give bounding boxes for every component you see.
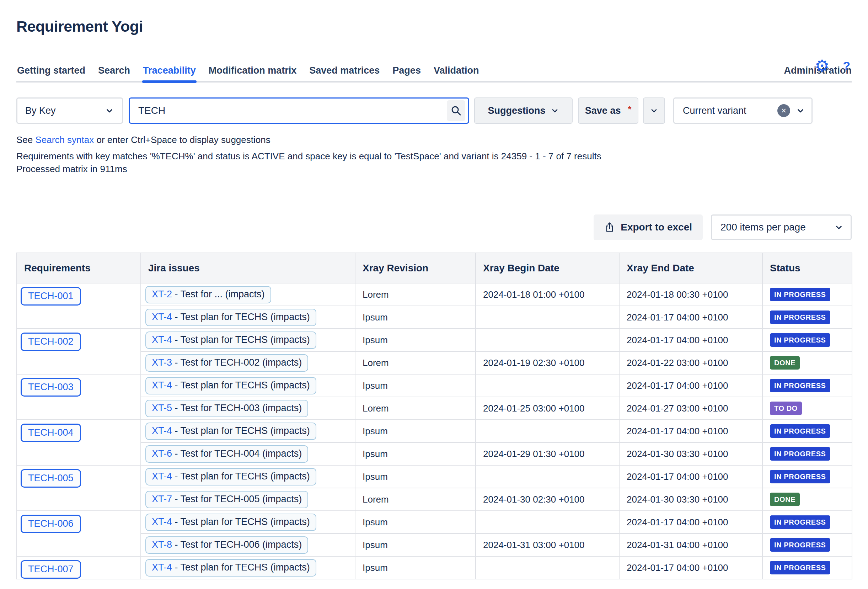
status-cell: IN PROGRESS [762, 420, 852, 442]
col-jira-issues: Jira issues [141, 253, 355, 283]
end-date-cell: 2024-01-18 00:30 +0100 [619, 283, 762, 306]
jira-issue-cell: XT-4 - Test plan for TECHS (impacts) [141, 511, 355, 534]
tab-validation[interactable]: Validation [433, 65, 480, 81]
end-date-cell: 2024-01-17 04:00 +0100 [619, 511, 762, 534]
jira-issue-key: XT-2 [152, 289, 172, 299]
chevron-down-icon [551, 107, 559, 115]
table-body: TECH-001XT-2 - Test for ... (impacts)Lor… [17, 283, 852, 579]
end-date-cell: 2024-01-17 04:00 +0100 [619, 420, 762, 442]
begin-date-cell: 2024-01-29 01:30 +0100 [475, 442, 619, 465]
clear-variant-icon[interactable]: × [777, 104, 790, 117]
tab-search[interactable]: Search [97, 65, 131, 81]
tab-modification-matrix[interactable]: Modification matrix [208, 65, 298, 81]
jira-issue-cell: XT-4 - Test plan for TECHS (impacts) [141, 420, 355, 442]
jira-issue-link[interactable]: XT-4 - Test plan for TECHS (impacts) [145, 377, 316, 394]
table-row: TECH-006XT-4 - Test plan for TECHS (impa… [17, 511, 852, 534]
revision-cell: Lorem [355, 351, 475, 374]
save-as-button[interactable]: Save as * [578, 98, 638, 124]
jira-issue-link[interactable]: XT-4 - Test plan for TECHS (impacts) [145, 423, 316, 440]
status-badge: IN PROGRESS [770, 379, 830, 392]
revision-cell: Lorem [355, 283, 475, 306]
export-to-excel-button[interactable]: Export to excel [593, 215, 703, 240]
gear-icon[interactable]: ⚙ [815, 58, 829, 74]
traceability-table: Requirements Jira issues Xray Revision X… [16, 253, 852, 579]
tab-getting-started[interactable]: Getting started [16, 65, 86, 81]
tab-pages[interactable]: Pages [392, 65, 422, 81]
jira-issue-link[interactable]: XT-7 - Test for TECH-005 (impacts) [145, 491, 308, 508]
jira-issue-link[interactable]: XT-4 - Test plan for TECHS (impacts) [145, 468, 316, 485]
table-row: XT-6 - Test for TECH-004 (impacts)Ipsum2… [17, 442, 852, 465]
end-date-cell: 2024-01-30 03:30 +0100 [619, 488, 762, 511]
begin-date-cell: 2024-01-19 02:30 +0100 [475, 351, 619, 374]
revision-cell: Lorem [355, 488, 475, 511]
table-row: TECH-001XT-2 - Test for ... (impacts)Lor… [17, 283, 852, 306]
jira-issue-key: XT-4 [152, 516, 172, 527]
revision-cell: Lorem [355, 397, 475, 420]
requirement-link[interactable]: TECH-002 [21, 333, 81, 351]
jira-issue-link[interactable]: XT-8 - Test for TECH-006 (impacts) [145, 536, 308, 554]
search-box [129, 98, 469, 124]
begin-date-cell: 2024-01-31 03:00 +0100 [475, 534, 619, 556]
jira-issue-key: XT-7 [152, 494, 172, 504]
status-cell: IN PROGRESS [762, 511, 852, 534]
requirement-link[interactable]: TECH-006 [21, 515, 81, 533]
items-per-page-select[interactable]: 200 items per page [711, 215, 852, 240]
status-cell: IN PROGRESS [762, 534, 852, 556]
jira-issue-cell: XT-5 - Test for TECH-003 (impacts) [141, 397, 355, 420]
end-date-cell: 2024-01-17 04:00 +0100 [619, 329, 762, 351]
jira-issue-link[interactable]: XT-2 - Test for ... (impacts) [145, 286, 271, 303]
begin-date-cell [475, 465, 619, 488]
jira-issue-link[interactable]: XT-6 - Test for TECH-004 (impacts) [145, 445, 308, 463]
jira-issue-link[interactable]: XT-5 - Test for TECH-003 (impacts) [145, 400, 308, 417]
status-badge: DONE [770, 356, 800, 370]
chevron-down-icon [834, 223, 843, 232]
required-asterisk: * [628, 104, 631, 114]
table-row: XT-8 - Test for TECH-006 (impacts)Ipsum2… [17, 534, 852, 556]
search-scope-select[interactable]: By Key [16, 98, 123, 124]
jira-issue-link[interactable]: XT-3 - Test for TECH-002 (impacts) [145, 354, 308, 372]
search-syntax-link[interactable]: Search syntax [35, 135, 94, 145]
search-input[interactable] [137, 105, 447, 117]
requirement-link[interactable]: TECH-005 [21, 469, 81, 488]
begin-date-cell [475, 374, 619, 397]
export-icon [604, 222, 615, 232]
requirement-cell: TECH-003 [17, 374, 141, 420]
jira-issue-link[interactable]: XT-4 - Test plan for TECHS (impacts) [145, 331, 316, 349]
status-badge: IN PROGRESS [770, 515, 830, 529]
revision-cell: Ipsum [355, 465, 475, 488]
end-date-cell: 2024-01-31 04:00 +0100 [619, 534, 762, 556]
jira-issue-link[interactable]: XT-4 - Test plan for TECHS (impacts) [145, 559, 316, 577]
requirement-link[interactable]: TECH-007 [21, 560, 81, 579]
status-badge: DONE [770, 493, 800, 506]
table-row: XT-3 - Test for TECH-002 (impacts)Lorem2… [17, 351, 852, 374]
variant-value: Current variant [683, 105, 777, 116]
status-cell: DONE [762, 351, 852, 374]
jira-issue-cell: XT-8 - Test for TECH-006 (impacts) [141, 534, 355, 556]
tab-bar: Getting started Search Traceability Modi… [16, 65, 852, 83]
end-date-cell: 2024-01-17 04:00 +0100 [619, 465, 762, 488]
begin-date-cell [475, 511, 619, 534]
col-requirements: Requirements [17, 253, 141, 283]
tab-saved-matrices[interactable]: Saved matrices [309, 65, 380, 81]
status-cell: IN PROGRESS [762, 374, 852, 397]
end-date-cell: 2024-01-17 04:00 +0100 [619, 374, 762, 397]
requirement-link[interactable]: TECH-001 [21, 287, 81, 306]
requirement-link[interactable]: TECH-003 [21, 378, 81, 397]
end-date-cell: 2024-01-17 04:00 +0100 [619, 306, 762, 329]
jira-issue-link[interactable]: XT-4 - Test plan for TECHS (impacts) [145, 514, 316, 531]
search-button[interactable] [447, 100, 465, 121]
revision-cell: Ipsum [355, 420, 475, 442]
jira-issue-link[interactable]: XT-4 - Test plan for TECHS (impacts) [145, 309, 316, 326]
requirement-link[interactable]: TECH-004 [21, 423, 81, 442]
status-cell: IN PROGRESS [762, 442, 852, 465]
jira-issue-key: XT-4 [152, 312, 172, 322]
end-date-cell: 2024-01-17 04:00 +0100 [619, 556, 762, 579]
suggestions-button[interactable]: Suggestions [474, 98, 573, 124]
tab-traceability[interactable]: Traceability [142, 65, 196, 81]
revision-cell: Ipsum [355, 374, 475, 397]
status-badge: IN PROGRESS [770, 538, 830, 552]
save-as-more-button[interactable] [643, 98, 665, 124]
variant-select[interactable]: Current variant × [673, 98, 813, 124]
help-icon[interactable]: ? [843, 59, 850, 73]
col-status: Status [762, 253, 852, 283]
